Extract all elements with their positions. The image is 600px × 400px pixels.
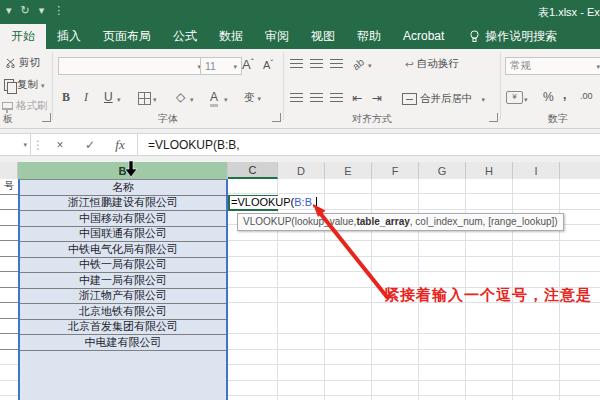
align-left-icon[interactable] <box>290 93 303 103</box>
tab-view[interactable]: 视图 <box>300 24 346 49</box>
redo-icon[interactable]: ↻ <box>21 4 30 17</box>
cancel-button[interactable]: × <box>45 138 75 152</box>
align-middle-icon[interactable] <box>310 59 323 69</box>
cell[interactable] <box>0 272 18 288</box>
column-header-g[interactable]: G <box>419 162 466 179</box>
align-right-icon[interactable] <box>330 93 343 103</box>
merge-center-button[interactable]: 合并后居中 ▾ <box>402 92 485 106</box>
tell-me-label: 操作说明搜索 <box>485 28 557 45</box>
bold-button[interactable]: B <box>62 90 70 105</box>
qat-customize-icon[interactable]: ▾ <box>6 4 12 17</box>
cell-a1-partial[interactable]: 号 <box>0 179 18 195</box>
wrap-text-button[interactable]: ↩ 自动换行 <box>405 57 459 71</box>
font-size-combo[interactable]: 11 ▾ <box>200 57 242 75</box>
cell[interactable] <box>0 303 18 319</box>
orientation-dropdown-icon[interactable]: ▾ <box>368 62 372 69</box>
decimal-button[interactable]: .00 <box>580 91 593 101</box>
qat-dropdown-icon[interactable]: ▾ <box>39 4 45 17</box>
enter-button[interactable]: ✓ <box>75 138 105 152</box>
increase-indent-icon[interactable]: ⇥ <box>372 91 382 105</box>
column-header-a-partial[interactable] <box>0 162 18 179</box>
cell[interactable] <box>0 241 18 257</box>
cell-b6[interactable]: 中铁一局有限公司 <box>20 258 226 274</box>
qat-more-icon[interactable]: ⋮ <box>53 4 64 17</box>
borders-dropdown-icon[interactable]: ▾ <box>153 96 157 103</box>
borders-icon[interactable] <box>138 92 151 105</box>
cell-b2[interactable]: 浙江恒鹏建设有限公司 <box>20 196 226 212</box>
cut-button[interactable]: 剪切 <box>6 56 40 70</box>
tab-data[interactable]: 数据 <box>208 24 254 49</box>
font-name-combo[interactable]: ▾ <box>58 57 206 75</box>
cell-b10[interactable]: 北京首发集团有限公司 <box>20 320 226 336</box>
clipboard-dialog-launcher[interactable] <box>42 113 51 122</box>
format-painter-icon <box>2 102 13 110</box>
cell[interactable] <box>0 195 18 211</box>
fill-color-icon[interactable]: ◇ <box>176 90 185 104</box>
italic-button[interactable]: I <box>84 90 88 105</box>
align-center-icon[interactable] <box>310 93 323 103</box>
tab-page-layout[interactable]: 页面布局 <box>92 24 162 49</box>
font-dialog-launcher[interactable] <box>272 113 281 122</box>
cell-b11[interactable]: 中电建有限公司 <box>20 335 226 351</box>
align-bottom-icon[interactable] <box>330 59 343 69</box>
tab-help[interactable]: 帮助 <box>346 24 392 49</box>
tab-review[interactable]: 审阅 <box>254 24 300 49</box>
tab-acrobat[interactable]: Acrobat <box>392 24 455 49</box>
cell-b4[interactable]: 中国联通有限公司 <box>20 227 226 243</box>
cell-b5[interactable]: 中铁电气化局有限公司 <box>20 242 226 258</box>
tab-home[interactable]: 开始 <box>0 24 46 49</box>
column-header-i[interactable]: I <box>513 162 560 179</box>
phonetic-button[interactable]: 变 ▾ <box>244 91 261 105</box>
tell-me-search[interactable]: 操作说明搜索 <box>469 24 557 49</box>
column-header-c[interactable]: C <box>228 162 278 179</box>
alignment-dialog-launcher[interactable] <box>489 113 498 122</box>
formula-bar: ▾ ⋮ × ✓ fx =VLOOKUP(B:B, <box>0 133 600 156</box>
cell[interactable] <box>0 210 18 226</box>
column-header-f[interactable]: F <box>372 162 419 179</box>
cell-b3[interactable]: 中国移动有限公司 <box>20 211 226 227</box>
formula-range-ref: B:B <box>294 196 312 208</box>
orientation-icon[interactable]: ab <box>350 56 367 73</box>
format-painter-button[interactable]: 格式刷 <box>2 99 48 113</box>
column-header-b[interactable]: B <box>18 162 228 179</box>
cell-b9[interactable]: 北京地铁有限公司 <box>20 304 226 320</box>
underline-button[interactable]: U <box>104 90 113 104</box>
worksheet-grid[interactable]: 号 名称 浙江恒鹏建设有限公司 中国移动有限公司 中国联通有限公司 中铁电气化局… <box>0 179 600 400</box>
cell[interactable] <box>0 334 18 350</box>
font-color-icon[interactable]: A <box>210 90 218 107</box>
tab-insert[interactable]: 插入 <box>46 24 92 49</box>
tooltip-pre: VLOOKUP(lookup_value, <box>243 216 356 227</box>
shrink-font-button[interactable]: Aˇ <box>263 58 273 71</box>
column-header-e[interactable]: E <box>325 162 372 179</box>
grow-font-button[interactable]: Aˆ <box>242 57 254 72</box>
name-box[interactable]: ▾ <box>0 134 31 155</box>
column-b-selected-range[interactable]: 名称 浙江恒鹏建设有限公司 中国移动有限公司 中国联通有限公司 中铁电气化局有限… <box>18 179 228 400</box>
cell-b7[interactable]: 中建一局有限公司 <box>20 273 226 289</box>
decrease-indent-icon[interactable]: ⇤ <box>352 91 362 105</box>
insert-function-button[interactable]: fx <box>105 137 135 153</box>
font-color-dropdown-icon[interactable]: ▾ <box>224 96 228 103</box>
comma-style-button[interactable]: , <box>563 88 566 102</box>
fill-color-dropdown-icon[interactable]: ▾ <box>190 96 194 103</box>
column-header-j-partial[interactable] <box>560 162 600 179</box>
underline-dropdown-icon[interactable]: ▾ <box>117 96 121 103</box>
currency-icon[interactable]: ¥ <box>506 91 523 104</box>
percent-style-button[interactable]: % <box>543 90 554 104</box>
number-group-label: 数字 <box>548 112 568 126</box>
cell[interactable] <box>0 319 18 335</box>
copy-button[interactable]: 复制 ▾ <box>4 78 45 92</box>
separator-dots-icon[interactable]: ⋮ <box>31 138 45 152</box>
currency-dropdown-icon[interactable]: ▾ <box>524 96 528 103</box>
cell-edit-text[interactable]: =VLOOKUP(B:B, <box>230 196 318 210</box>
column-header-d[interactable]: D <box>278 162 325 179</box>
cell[interactable] <box>0 226 18 242</box>
number-format-combo[interactable]: 常规 ▾ <box>505 57 600 75</box>
column-header-h[interactable]: H <box>466 162 513 179</box>
cell[interactable] <box>0 257 18 273</box>
cell-b8[interactable]: 浙江物产有限公司 <box>20 289 226 305</box>
tab-formulas[interactable]: 公式 <box>162 24 208 49</box>
cell[interactable] <box>0 288 18 304</box>
formula-input[interactable]: =VLOOKUP(B:B, <box>140 138 240 152</box>
align-top-icon[interactable] <box>290 59 303 69</box>
cell-b1[interactable]: 名称 <box>20 180 226 196</box>
